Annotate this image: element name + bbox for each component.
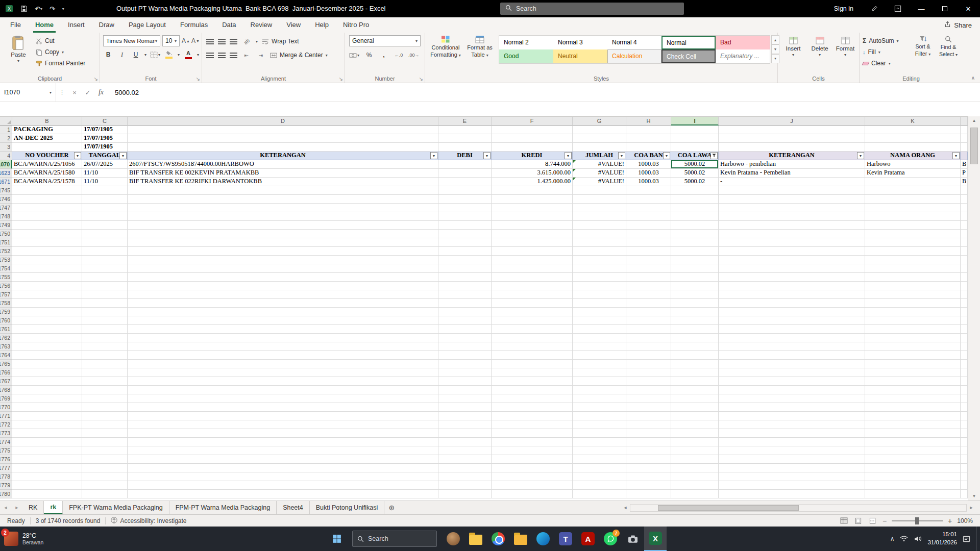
cell-E1763[interactable]: [438, 342, 492, 351]
cell-L1766[interactable]: [961, 368, 968, 377]
cell-E1766[interactable]: [438, 368, 492, 377]
cell-E1755[interactable]: [438, 273, 492, 282]
cell-G1762[interactable]: [573, 334, 626, 342]
clear-button[interactable]: Clear▾: [863, 58, 891, 69]
cell-K1769[interactable]: [865, 394, 961, 403]
cell-B1777[interactable]: [12, 464, 82, 472]
cell-F1749[interactable]: [492, 221, 573, 230]
cell-H1763[interactable]: [626, 342, 671, 351]
cell-D1760[interactable]: [128, 316, 438, 325]
cell-G1779[interactable]: [573, 481, 626, 490]
cell-K1774[interactable]: [865, 438, 961, 446]
cell-H1766[interactable]: [626, 368, 671, 377]
ribbon-tab-nitro-pro[interactable]: Nitro Pro: [336, 17, 376, 33]
cell-H1745[interactable]: [626, 186, 671, 195]
cell-E1770[interactable]: [438, 403, 492, 412]
column-header-B[interactable]: B: [12, 117, 82, 126]
cell-I1769[interactable]: [671, 394, 719, 403]
cell-K1753[interactable]: [865, 256, 961, 264]
cell-C1759[interactable]: [82, 308, 128, 316]
cell-B1750[interactable]: [12, 230, 82, 238]
row-header-1671[interactable]: 1671: [0, 178, 12, 186]
row-header-1772[interactable]: 1772: [0, 420, 12, 429]
file-explorer-icon[interactable]: [464, 527, 487, 551]
sheet-tab-fpm-pt-warna-media-packaging[interactable]: FPM-PT Warna Media Packaging: [169, 501, 277, 514]
cell-K1770[interactable]: [865, 403, 961, 412]
cell-F1758[interactable]: [492, 299, 573, 308]
cell-J1774[interactable]: [719, 438, 865, 446]
vertical-scroll-thumb[interactable]: [970, 128, 978, 164]
sheet-tab-rk[interactable]: RK: [22, 501, 44, 514]
row-header-1758[interactable]: 1758: [0, 299, 12, 308]
cell-E1769[interactable]: [438, 394, 492, 403]
cell-I1751[interactable]: [671, 238, 719, 247]
zoom-slider[interactable]: [892, 520, 943, 521]
cell-K1768[interactable]: [865, 386, 961, 394]
cell-I3[interactable]: [671, 143, 719, 152]
cell-style-normal[interactable]: Normal: [662, 36, 716, 49]
cell-F1671[interactable]: 1.425.000.00: [492, 178, 573, 186]
cell-B1768[interactable]: [12, 386, 82, 394]
align-middle-icon[interactable]: [218, 39, 226, 44]
row-header-1766[interactable]: 1766: [0, 368, 12, 377]
cell-style-good[interactable]: Good: [499, 49, 553, 63]
cell-L2[interactable]: [961, 134, 968, 143]
row-header-1767[interactable]: 1767: [0, 377, 12, 386]
cell-L1[interactable]: [961, 126, 968, 134]
pen-icon[interactable]: [863, 0, 886, 17]
cell-I1778[interactable]: [671, 472, 719, 481]
filter-button-B[interactable]: ▼: [74, 152, 81, 159]
cell-J1752[interactable]: [719, 247, 865, 256]
font-color-icon[interactable]: A: [183, 49, 193, 60]
clipboard-dialog-launcher-icon[interactable]: ↘: [94, 76, 98, 82]
row-header-4[interactable]: 4: [0, 152, 12, 160]
cell-K1778[interactable]: [865, 472, 961, 481]
cell-J1764[interactable]: [719, 351, 865, 360]
cell-C1623[interactable]: 11/10: [82, 169, 128, 178]
cell-G1757[interactable]: [573, 290, 626, 299]
cell-H1751[interactable]: [626, 238, 671, 247]
cell-D1747[interactable]: [128, 204, 438, 212]
cell-E1780[interactable]: [438, 490, 492, 498]
cell-F1748[interactable]: [492, 212, 573, 221]
cell-K1759[interactable]: [865, 308, 961, 316]
cell-J1070[interactable]: Harbowo - pembelian: [719, 160, 865, 169]
cell-G1745[interactable]: [573, 186, 626, 195]
cell-L1778[interactable]: [961, 472, 968, 481]
cell-I1763[interactable]: [671, 342, 719, 351]
cell-H1773[interactable]: [626, 429, 671, 438]
cell-I1771[interactable]: [671, 412, 719, 420]
align-left-icon[interactable]: [206, 53, 214, 58]
cell-D1778[interactable]: [128, 472, 438, 481]
format-painter-button[interactable]: Format Painter: [36, 58, 85, 69]
cell-J1778[interactable]: [719, 472, 865, 481]
italic-button[interactable]: I: [117, 49, 127, 60]
cell-K1772[interactable]: [865, 420, 961, 429]
cell-C1755[interactable]: [82, 273, 128, 282]
cell-C1753[interactable]: [82, 256, 128, 264]
cell-G1778[interactable]: [573, 472, 626, 481]
filter-button-G[interactable]: ▼: [618, 152, 625, 159]
cell-I1766[interactable]: [671, 368, 719, 377]
cell-D2[interactable]: [128, 134, 438, 143]
find-select-button[interactable]: Find & Select ▾: [936, 36, 961, 57]
cell-F1762[interactable]: [492, 334, 573, 342]
cell-K1746[interactable]: [865, 195, 961, 204]
cell-B1773[interactable]: [12, 429, 82, 438]
cell-C1757[interactable]: [82, 290, 128, 299]
cell-F1756[interactable]: [492, 282, 573, 290]
cell-H1765[interactable]: [626, 360, 671, 368]
alignment-dialog-launcher-icon[interactable]: ↘: [339, 76, 343, 82]
whatsapp-icon[interactable]: 7: [599, 527, 622, 551]
row-header-1623[interactable]: 1623: [0, 169, 12, 178]
row-header-1773[interactable]: 1773: [0, 429, 12, 438]
cell-H1772[interactable]: [626, 420, 671, 429]
cell-G1753[interactable]: [573, 256, 626, 264]
cell-C1671[interactable]: 11/10: [82, 178, 128, 186]
cell-B1778[interactable]: [12, 472, 82, 481]
column-header-K[interactable]: K: [865, 117, 961, 126]
cell-I1760[interactable]: [671, 316, 719, 325]
cell-D1759[interactable]: [128, 308, 438, 316]
cell-L1770[interactable]: [961, 403, 968, 412]
cell-G1770[interactable]: [573, 403, 626, 412]
